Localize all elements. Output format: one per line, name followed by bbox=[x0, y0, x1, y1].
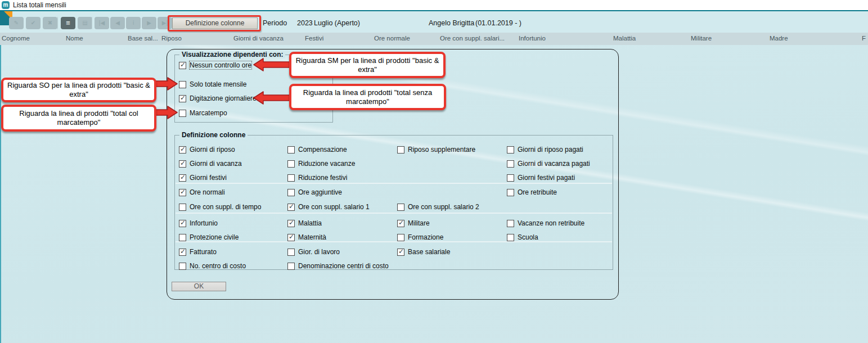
checkbox[interactable] bbox=[507, 234, 514, 241]
checkbox-label: Gior. di lavoro bbox=[298, 248, 340, 256]
info-icon[interactable]: i bbox=[126, 17, 141, 29]
checkbox-option[interactable]: Riduzione festivi bbox=[287, 173, 347, 182]
checkbox[interactable] bbox=[179, 62, 186, 69]
checkbox-option[interactable]: Giorni di riposo bbox=[179, 145, 235, 154]
checkbox-option[interactable]: Infortunio bbox=[179, 219, 218, 228]
checkbox-option[interactable]: Scuola bbox=[507, 233, 538, 242]
checkbox[interactable] bbox=[179, 95, 186, 102]
checkbox[interactable] bbox=[287, 189, 295, 196]
checkbox-option[interactable]: Ore con suppl. salario 1 bbox=[287, 202, 370, 211]
checkbox[interactable] bbox=[287, 249, 295, 256]
column-header[interactable]: Madre bbox=[770, 35, 788, 42]
checkbox[interactable] bbox=[507, 174, 514, 182]
checkbox[interactable] bbox=[287, 234, 295, 241]
checkbox-label: Vacanze non retribuite bbox=[518, 219, 584, 227]
next-record-icon[interactable]: ▶ bbox=[142, 17, 156, 29]
checkbox[interactable] bbox=[397, 234, 404, 241]
cancel-x-icon[interactable]: ✖ bbox=[43, 17, 57, 29]
checkbox-option[interactable]: Giorni di vacanza pagati bbox=[507, 159, 590, 168]
definizione-grid: Giorni di riposoCompensazioneRiposo supp… bbox=[175, 136, 613, 269]
checkbox[interactable] bbox=[287, 220, 295, 227]
column-header[interactable]: Festivi bbox=[305, 35, 323, 42]
checkbox-option[interactable]: Malattia bbox=[287, 219, 322, 228]
printer-icon[interactable]: ▤ bbox=[78, 17, 92, 29]
periodo-year: 2023 bbox=[297, 19, 313, 27]
checkbox-option[interactable]: Giorni di riposo pagati bbox=[507, 145, 583, 154]
column-header[interactable]: Militare bbox=[691, 35, 712, 42]
checkbox[interactable] bbox=[179, 263, 186, 270]
checkbox-label: Giorni festivi pagati bbox=[518, 174, 575, 182]
column-header[interactable]: Cognome bbox=[2, 35, 30, 42]
checkbox-option[interactable]: Ore aggiuntive bbox=[287, 188, 342, 197]
column-header[interactable]: Base sal... bbox=[128, 35, 158, 42]
checkbox[interactable] bbox=[287, 160, 295, 168]
column-header[interactable]: Ore con suppl. salari... bbox=[440, 35, 505, 42]
checkbox-option[interactable]: Giorni festivi pagati bbox=[507, 173, 575, 182]
checkbox-label: Giorni festivi bbox=[190, 174, 227, 182]
checkbox-option[interactable]: Fatturato bbox=[179, 247, 217, 256]
checkbox-option[interactable]: Nessun controllo ore bbox=[179, 61, 251, 70]
checkbox-option[interactable]: Solo totale mensile bbox=[179, 80, 246, 89]
checkbox-option[interactable]: Militare bbox=[397, 219, 430, 228]
checkbox-option[interactable]: Digitazione giornaliere bbox=[179, 94, 257, 103]
column-header[interactable]: Nome bbox=[66, 35, 83, 42]
checkbox[interactable] bbox=[179, 234, 186, 241]
checkbox-option[interactable]: Base salariale bbox=[397, 247, 450, 256]
checkbox-option[interactable]: Formazione bbox=[397, 233, 443, 242]
checkbox[interactable] bbox=[507, 160, 514, 168]
checkbox-option[interactable]: Maternità bbox=[287, 233, 326, 242]
checkbox-label: Ore con suppl. salario 2 bbox=[408, 203, 479, 211]
column-header[interactable]: Riposo bbox=[161, 35, 182, 42]
checkbox[interactable] bbox=[507, 189, 514, 196]
checkbox-option[interactable]: Ore con suppl. salario 2 bbox=[397, 202, 479, 211]
checkbox[interactable] bbox=[397, 220, 404, 227]
checkbox-option[interactable]: Vacanze non retribuite bbox=[507, 219, 584, 228]
checkbox[interactable] bbox=[179, 81, 186, 88]
checkbox-label: No. centro di costo bbox=[190, 262, 246, 270]
checkbox-option[interactable]: Ore retribuite bbox=[507, 188, 557, 197]
checkbox-label: Digitazione giornaliere bbox=[190, 94, 257, 102]
ok-button[interactable]: OK bbox=[172, 282, 226, 291]
checkbox-option[interactable]: Marcatempo bbox=[179, 109, 227, 118]
confirm-check-icon[interactable]: ✔ bbox=[26, 17, 41, 29]
checkbox-option[interactable]: Riposo supplementare bbox=[397, 145, 475, 154]
checkbox[interactable] bbox=[507, 220, 514, 227]
checkbox[interactable] bbox=[179, 160, 186, 168]
checkbox[interactable] bbox=[179, 110, 186, 117]
checkbox-option[interactable]: Giorni di vacanza bbox=[179, 159, 242, 168]
checkbox[interactable] bbox=[179, 249, 186, 256]
checkbox[interactable] bbox=[179, 220, 186, 227]
column-header[interactable]: Infortunio bbox=[519, 35, 546, 42]
checkbox-option[interactable]: Gior. di lavoro bbox=[287, 247, 340, 256]
checkbox-option[interactable]: Riduzione vacanze bbox=[287, 159, 355, 168]
checkbox[interactable] bbox=[397, 204, 404, 211]
title-bar: m Lista totali mensili bbox=[0, 0, 868, 10]
previous-record-icon[interactable]: ◀ bbox=[110, 17, 125, 29]
checkbox[interactable] bbox=[397, 146, 404, 154]
checkbox[interactable] bbox=[287, 174, 295, 182]
checkbox[interactable] bbox=[507, 146, 514, 154]
checkbox[interactable] bbox=[179, 146, 186, 154]
checkbox-option[interactable]: Ore normali bbox=[179, 188, 225, 197]
column-header[interactable]: Giorni di vacanza bbox=[233, 35, 284, 42]
checkbox-option[interactable]: Ore con suppl. di tempo bbox=[179, 202, 261, 211]
checkbox-option[interactable]: Compensazione bbox=[287, 145, 347, 154]
checkbox-option[interactable]: Denominazione centri di costo bbox=[287, 261, 389, 270]
first-record-icon[interactable]: |◀ bbox=[95, 17, 109, 29]
column-header[interactable]: Ore normale bbox=[374, 35, 410, 42]
column-header[interactable]: Malattia bbox=[613, 35, 636, 42]
checkbox[interactable] bbox=[287, 263, 295, 270]
checkbox[interactable] bbox=[287, 146, 295, 154]
checkbox-option[interactable]: No. centro di costo bbox=[179, 261, 246, 270]
checkbox-option[interactable]: Protezione civile bbox=[179, 233, 239, 242]
checkbox[interactable] bbox=[179, 189, 186, 196]
checkbox-option[interactable]: Giorni festivi bbox=[179, 173, 227, 182]
checkbox[interactable] bbox=[179, 204, 186, 211]
checkbox[interactable] bbox=[179, 174, 186, 182]
column-header[interactable]: F bbox=[862, 35, 866, 42]
checkbox[interactable] bbox=[287, 204, 295, 211]
periodo-month: Luglio (Aperto) bbox=[314, 19, 360, 27]
checkbox[interactable] bbox=[397, 249, 404, 256]
edit-pencil-icon[interactable]: ✎ bbox=[9, 17, 24, 29]
column-list-icon[interactable]: ≣ bbox=[61, 17, 75, 29]
